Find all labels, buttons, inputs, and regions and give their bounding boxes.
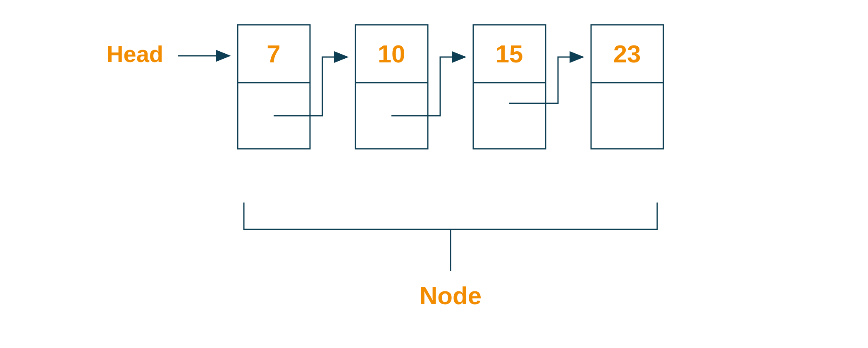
node-1-value: 7 [267, 40, 280, 68]
nodes-bracket [244, 203, 657, 271]
head-label: Head [107, 41, 163, 67]
node-4-value: 23 [613, 40, 641, 68]
linked-list-diagram: Head 7 10 15 23 Node [0, 0, 868, 348]
node-4: 23 [591, 25, 663, 149]
node-3-value: 15 [496, 40, 523, 68]
node-label: Node [420, 282, 482, 310]
node-1: 7 [238, 25, 310, 149]
node-3: 15 [473, 25, 546, 149]
node-2: 10 [355, 25, 428, 149]
node-2-value: 10 [378, 40, 405, 68]
